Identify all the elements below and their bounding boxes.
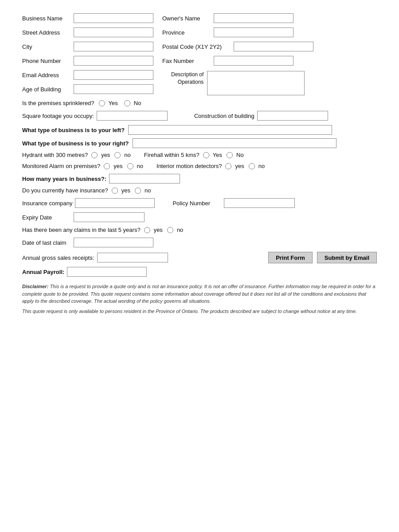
city-label: City bbox=[22, 43, 71, 50]
sprinklered-yes-radio[interactable] bbox=[99, 100, 105, 106]
description-textarea[interactable] bbox=[207, 71, 305, 95]
disclaimer-paragraph-2: This quote request is only available to … bbox=[22, 308, 377, 315]
insurance-company-input[interactable] bbox=[75, 198, 155, 208]
hydrant-yes-label: yes bbox=[101, 152, 110, 158]
alarm-yes-radio[interactable] bbox=[104, 163, 110, 169]
fax-input[interactable] bbox=[214, 56, 293, 66]
claims-yes-label: yes bbox=[154, 227, 163, 233]
fax-group: Fax Number bbox=[162, 56, 293, 66]
motion-no-group: no bbox=[249, 163, 265, 169]
phone-group: Phone Number bbox=[22, 56, 153, 66]
sprinklered-yes-label: Yes bbox=[109, 100, 118, 106]
date-last-claim-input[interactable] bbox=[74, 238, 153, 247]
city-group: City bbox=[22, 42, 153, 51]
business-left-label: What type of business is to your left? bbox=[22, 127, 125, 133]
policy-number-input[interactable] bbox=[224, 198, 295, 208]
firehall-yes-radio[interactable] bbox=[203, 152, 209, 158]
alarm-no-group: no bbox=[127, 163, 143, 169]
insurance-company-label: Insurance company bbox=[22, 200, 72, 207]
interior-motion-label: Interior motion detectors? bbox=[156, 163, 222, 169]
postal-code-label: Postal Code (X1Y 2Y2) bbox=[162, 43, 231, 50]
claims-no-group: no bbox=[167, 227, 183, 233]
construction-group: Construction of building bbox=[194, 111, 328, 121]
owners-name-label: Owner's Name bbox=[162, 15, 211, 22]
currently-insurance-label: Do you currently have insurance? bbox=[22, 187, 108, 194]
expiry-date-label: Expiry Date bbox=[22, 214, 71, 221]
row-business-right: What type of business is to your right? bbox=[22, 138, 377, 148]
description-group: Description ofOperations bbox=[171, 71, 305, 95]
print-form-button[interactable]: Print Form bbox=[268, 252, 313, 263]
row-alarm-motion: Monitored Alarm on premises? yes no Inte… bbox=[22, 163, 377, 169]
owners-name-group: Owner's Name bbox=[162, 13, 293, 23]
email-label: Email Address bbox=[22, 72, 71, 78]
disclaimer-paragraph-1: Disclaimer: This is a request to provide… bbox=[22, 283, 377, 305]
business-name-group: Business Name bbox=[22, 13, 153, 23]
phone-input[interactable] bbox=[74, 56, 153, 66]
annual-gross-input[interactable] bbox=[97, 253, 168, 262]
insurance-yes-radio[interactable] bbox=[112, 188, 118, 194]
firehall-no-group: No bbox=[227, 152, 244, 158]
row-annual-payroll: Annual Payroll: bbox=[22, 267, 377, 277]
business-name-label: Business Name bbox=[22, 15, 71, 22]
square-footage-input[interactable] bbox=[97, 111, 168, 121]
row-business-left: What type of business is to your left? bbox=[22, 125, 377, 135]
sprinklered-no-group: No bbox=[124, 100, 141, 106]
row-footage-construction: Square footage you occupy: Construction … bbox=[22, 111, 377, 121]
business-right-input[interactable] bbox=[133, 138, 336, 148]
row-date-last-claim: Date of last claim bbox=[22, 238, 377, 247]
street-address-group: Street Address bbox=[22, 27, 153, 37]
claims-5years-label: Has there been any claims in the last 5 … bbox=[22, 227, 141, 233]
years-business-input[interactable] bbox=[109, 174, 180, 184]
firehall-label: Firehall within 5 kms? bbox=[144, 152, 200, 158]
submit-email-button[interactable]: Submit by Email bbox=[317, 252, 377, 263]
hydrant-no-radio[interactable] bbox=[114, 152, 121, 158]
city-input[interactable] bbox=[74, 42, 153, 51]
firehall-no-radio[interactable] bbox=[227, 152, 233, 158]
form-container: Business Name Owner's Name Street Addres… bbox=[22, 13, 377, 315]
years-business-label: How many years in business?: bbox=[22, 176, 106, 182]
sprinklered-yes-group: Yes bbox=[99, 100, 118, 106]
hydrant-yes-radio[interactable] bbox=[91, 152, 98, 158]
alarm-no-radio[interactable] bbox=[127, 163, 133, 169]
motion-yes-radio[interactable] bbox=[225, 163, 231, 169]
expiry-date-input[interactable] bbox=[74, 212, 145, 222]
firehall-yes-group: Yes bbox=[203, 152, 222, 158]
postal-code-input[interactable] bbox=[234, 42, 313, 51]
claims-no-radio[interactable] bbox=[167, 227, 173, 233]
motion-no-label: no bbox=[258, 163, 265, 169]
claims-yes-radio[interactable] bbox=[144, 227, 150, 233]
disclaimer-title: Disclaimer: bbox=[22, 284, 48, 289]
motion-no-radio[interactable] bbox=[249, 163, 255, 169]
age-building-group: Age of Building bbox=[22, 84, 153, 94]
alarm-yes-group: yes bbox=[104, 163, 122, 169]
street-address-input[interactable] bbox=[74, 27, 153, 37]
annual-gross-group: Annual gross sales receipts: bbox=[22, 253, 168, 262]
email-age-column: Email Address Age of Building bbox=[22, 70, 162, 94]
email-input[interactable] bbox=[74, 70, 153, 80]
monitored-alarm-label: Monitored Alarm on premises? bbox=[22, 163, 100, 169]
construction-label: Construction of building bbox=[194, 113, 254, 119]
annual-payroll-input[interactable] bbox=[67, 267, 147, 277]
row-years-business: How many years in business?: bbox=[22, 174, 377, 184]
description-label: Description ofOperations bbox=[171, 71, 203, 86]
business-left-input[interactable] bbox=[128, 125, 332, 135]
row-expiry-date: Expiry Date bbox=[22, 212, 377, 222]
annual-payroll-label: Annual Payroll: bbox=[22, 269, 64, 275]
age-building-input[interactable] bbox=[74, 84, 153, 94]
construction-input[interactable] bbox=[257, 111, 328, 121]
row-insurance-company-policy: Insurance company Policy Number bbox=[22, 198, 377, 208]
province-input[interactable] bbox=[214, 27, 293, 37]
owners-name-input[interactable] bbox=[214, 13, 293, 23]
firehall-yes-label: Yes bbox=[213, 152, 222, 158]
business-name-input[interactable] bbox=[74, 13, 153, 23]
province-label: Province bbox=[162, 29, 211, 36]
disclaimer-section: Disclaimer: This is a request to provide… bbox=[22, 283, 377, 315]
row-address-province: Street Address Province bbox=[22, 27, 377, 37]
sprinklered-no-radio[interactable] bbox=[124, 100, 130, 106]
fax-label: Fax Number bbox=[162, 58, 211, 64]
insurance-no-radio[interactable] bbox=[135, 188, 141, 194]
row-hydrant-firehall: Hydrant with 300 metres? yes no Firehall… bbox=[22, 152, 377, 158]
insurance-yes-group: yes bbox=[112, 187, 130, 194]
claims-no-label: no bbox=[177, 227, 183, 233]
insurance-yes-label: yes bbox=[121, 187, 130, 194]
